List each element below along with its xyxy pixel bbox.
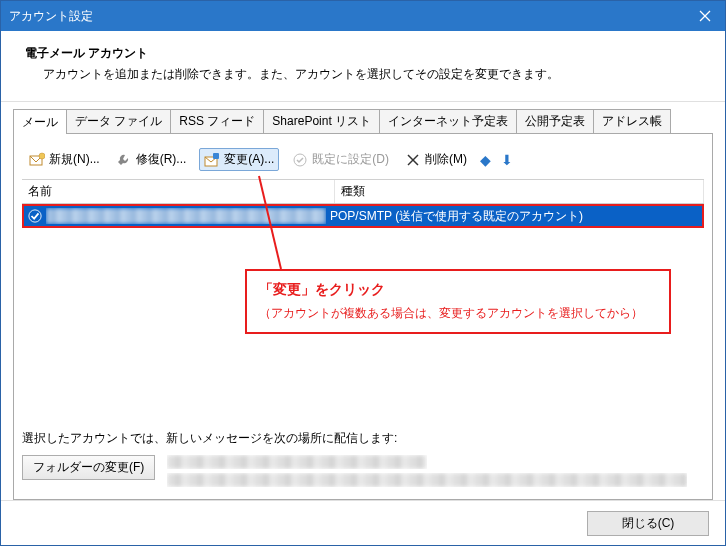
account-type: POP/SMTP (送信で使用する既定のアカウント) bbox=[326, 208, 702, 225]
tab-mail-label: メール bbox=[22, 115, 58, 129]
toolbar: 新規(N)... 修復(R)... 変更(A)... 既定に設定(D) 削除(M… bbox=[22, 144, 704, 179]
titlebar: アカウント設定 bbox=[1, 1, 725, 31]
set-default-label: 既定に設定(D) bbox=[312, 151, 389, 168]
change-button[interactable]: 変更(A)... bbox=[199, 148, 279, 171]
column-name[interactable]: 名前 bbox=[22, 180, 335, 203]
header-title: 電子メール アカウント bbox=[25, 45, 701, 62]
repair-button-label: 修復(R)... bbox=[136, 151, 187, 168]
change-button-label: 変更(A)... bbox=[224, 151, 274, 168]
column-type[interactable]: 種類 bbox=[335, 180, 704, 203]
tab-rss[interactable]: RSS フィード bbox=[170, 109, 264, 133]
tab-strip: メール データ ファイル RSS フィード SharePoint リスト インタ… bbox=[13, 108, 713, 133]
header-description: アカウントを追加または削除できます。また、アカウントを選択してその設定を変更でき… bbox=[25, 66, 701, 83]
account-list-header: 名前 種類 bbox=[22, 179, 704, 204]
repair-button[interactable]: 修復(R)... bbox=[113, 148, 190, 171]
new-button[interactable]: 新規(N)... bbox=[26, 148, 103, 171]
tab-published-cal-label: 公開予定表 bbox=[525, 114, 585, 128]
svg-point-9 bbox=[29, 210, 41, 222]
tab-address-book[interactable]: アドレス帳 bbox=[593, 109, 671, 133]
repair-icon bbox=[116, 152, 132, 168]
footer: 閉じる(C) bbox=[1, 500, 725, 545]
set-default-button: 既定に設定(D) bbox=[289, 148, 392, 171]
account-settings-window: アカウント設定 電子メール アカウント アカウントを追加または削除できます。また… bbox=[0, 0, 726, 546]
change-icon bbox=[204, 152, 220, 168]
tab-sharepoint[interactable]: SharePoint リスト bbox=[263, 109, 380, 133]
tab-mail[interactable]: メール bbox=[13, 109, 67, 134]
move-down-button[interactable]: ⬇︎ bbox=[501, 153, 513, 167]
account-list-highlight: POP/SMTP (送信で使用する既定のアカウント) bbox=[22, 204, 704, 228]
tab-sharepoint-label: SharePoint リスト bbox=[272, 114, 371, 128]
default-check-icon bbox=[26, 207, 44, 225]
delete-button[interactable]: 削除(M) bbox=[402, 148, 470, 171]
tab-data-file[interactable]: データ ファイル bbox=[66, 109, 171, 133]
delivery-row: フォルダーの変更(F) bbox=[22, 455, 704, 491]
new-button-label: 新規(N)... bbox=[49, 151, 100, 168]
svg-point-3 bbox=[39, 153, 45, 159]
change-folder-label: フォルダーの変更(F) bbox=[33, 460, 144, 474]
header: 電子メール アカウント アカウントを追加または削除できます。また、アカウントを選… bbox=[1, 31, 725, 101]
window-close-button[interactable] bbox=[685, 1, 725, 31]
move-up-button[interactable]: ◆︎ bbox=[480, 153, 491, 167]
close-button-label: 閉じる(C) bbox=[622, 516, 675, 530]
delivery-caption: 選択したアカウントでは、新しいメッセージを次の場所に配信します: bbox=[22, 430, 704, 447]
tab-data-file-label: データ ファイル bbox=[75, 114, 162, 128]
account-row-selected[interactable]: POP/SMTP (送信で使用する既定のアカウント) bbox=[24, 206, 702, 226]
change-folder-button[interactable]: フォルダーの変更(F) bbox=[22, 455, 155, 480]
new-mail-icon bbox=[29, 152, 45, 168]
callout-line1: 「変更」をクリック bbox=[259, 281, 657, 299]
tab-address-book-label: アドレス帳 bbox=[602, 114, 662, 128]
tab-internet-cal[interactable]: インターネット予定表 bbox=[379, 109, 517, 133]
delete-button-label: 削除(M) bbox=[425, 151, 467, 168]
tab-internet-cal-label: インターネット予定表 bbox=[388, 114, 508, 128]
tab-rss-label: RSS フィード bbox=[179, 114, 255, 128]
svg-rect-5 bbox=[213, 153, 219, 159]
close-button[interactable]: 閉じる(C) bbox=[587, 511, 709, 536]
delete-icon bbox=[405, 152, 421, 168]
annotation-callout: 「変更」をクリック （アカウントが複数ある場合は、変更するアカウントを選択してか… bbox=[245, 269, 671, 334]
delivery-path-obscured bbox=[167, 455, 704, 491]
account-name-obscured bbox=[46, 208, 326, 224]
close-icon bbox=[697, 8, 713, 24]
window-title: アカウント設定 bbox=[9, 8, 685, 25]
tab-published-cal[interactable]: 公開予定表 bbox=[516, 109, 594, 133]
check-circle-icon bbox=[292, 152, 308, 168]
callout-line2: （アカウントが複数ある場合は、変更するアカウントを選択してから） bbox=[259, 305, 657, 322]
